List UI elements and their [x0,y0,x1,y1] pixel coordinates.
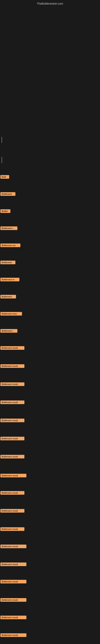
vertical-line-1 [1,137,2,143]
bottleneck-result-label: Bottleneck r [0,226,17,230]
bottleneck-result-label: Bottleneck result [0,382,24,386]
bottleneck-result-label: Bottleneck res [0,244,20,247]
bottleneck-result-label: Bottleneck result [0,509,24,512]
bottleneck-result-label: Bottleneck result [0,437,24,440]
bottleneck-result-label: Bottleneck result [0,616,26,619]
bottleneck-result-label: Bottleneck r [0,329,17,333]
bottleneck-result-label: Bottleneck result [0,527,24,531]
bottleneck-result-label: Bottleneck result [0,455,24,458]
bottleneck-result-label: Bottleneck result [0,474,26,477]
bottleneck-result-label: Bottleneck [0,295,16,298]
bottleneck-result-label: Bottleneck re [0,278,19,281]
bottleneck-result-label: Bottleneck [0,192,15,196]
bottleneck-result-label: Bottleneck result [0,598,26,602]
bottleneck-result-label: Bottleneck result [0,491,24,495]
bottleneck-result-label: Bottleneck result [0,418,24,422]
bottleneck-result-label: Bottleneck result [0,346,24,350]
bottleneck-result-label: Bottleneck resu [0,312,22,316]
bottleneck-result-label: Bottleneck result [0,633,26,637]
bottleneck-result-label: Bottleneck result [0,544,26,548]
bottleneck-result-label: Bottleneck result [0,364,24,368]
bottleneck-result-label: Bottleneck result [0,562,26,566]
bottleneck-result-label: Bottleneck [0,260,15,264]
site-title: TheBottlenecker.com [37,2,63,5]
bottleneck-result-label: Bottleneck result [0,400,24,404]
vertical-line-2 [1,157,2,163]
bottleneck-result-label: Bottleneck result [0,580,26,584]
bottleneck-result-label: Bottl [0,175,9,179]
bottleneck-result-label: Bottler [0,209,10,213]
